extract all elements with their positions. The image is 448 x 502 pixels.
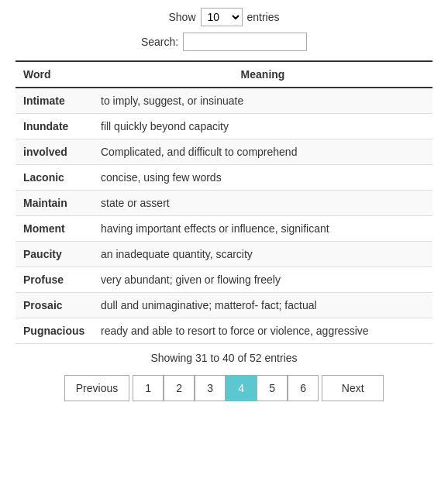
col-header-meaning: Meaning bbox=[93, 61, 432, 88]
page-button-3[interactable]: 3 bbox=[195, 375, 226, 401]
table-body: Intimateto imply, suggest, or insinuateI… bbox=[16, 88, 432, 344]
table-row: Pugnaciousready and able to resort to fo… bbox=[16, 318, 432, 344]
word-cell: Maintain bbox=[16, 191, 93, 216]
meaning-cell: fill quickly beyond capacity bbox=[93, 114, 432, 139]
page-button-6[interactable]: 6 bbox=[288, 375, 319, 401]
word-cell: Paucity bbox=[16, 242, 93, 267]
word-cell: Profuse bbox=[16, 267, 93, 293]
table-row: Intimateto imply, suggest, or insinuate bbox=[16, 88, 432, 114]
word-cell: Intimate bbox=[16, 88, 93, 114]
meaning-cell: to imply, suggest, or insinuate bbox=[93, 88, 432, 114]
table-row: Prosaicdull and unimaginative; matterof-… bbox=[16, 293, 432, 318]
col-header-word: Word bbox=[16, 61, 93, 88]
meaning-cell: very abundant; given or flowing freely bbox=[93, 267, 432, 293]
entries-label: entries bbox=[247, 11, 280, 23]
table-row: Profusevery abundant; given or flowing f… bbox=[16, 267, 432, 293]
meaning-cell: dull and unimaginative; matterof- fact; … bbox=[93, 293, 432, 318]
entries-select[interactable]: 102550100 bbox=[201, 8, 243, 26]
next-button[interactable]: Next bbox=[322, 375, 384, 401]
table-row: involvedComplicated, and difficult to co… bbox=[16, 139, 432, 165]
top-controls: Show 102550100 entries Search: bbox=[16, 8, 432, 51]
word-cell: involved bbox=[16, 139, 93, 165]
table-row: Paucityan inadequate quantity, scarcity bbox=[16, 242, 432, 267]
search-row: Search: bbox=[141, 33, 307, 51]
word-cell: Pugnacious bbox=[16, 318, 93, 344]
word-cell: Prosaic bbox=[16, 293, 93, 318]
show-label: Show bbox=[168, 11, 195, 23]
show-entries-row: Show 102550100 entries bbox=[168, 8, 279, 26]
meaning-cell: having important effects or influence, s… bbox=[93, 216, 432, 242]
table-header-row: Word Meaning bbox=[16, 61, 432, 88]
table-row: Laconicconcise, using few words bbox=[16, 165, 432, 191]
word-cell: Laconic bbox=[16, 165, 93, 191]
table-row: Momenthaving important effects or influe… bbox=[16, 216, 432, 242]
meaning-cell: concise, using few words bbox=[93, 165, 432, 191]
table-row: Maintainstate or assert bbox=[16, 191, 432, 216]
pagination: Previous 123456 Next bbox=[16, 375, 432, 401]
word-cell: Inundate bbox=[16, 114, 93, 139]
previous-button[interactable]: Previous bbox=[64, 375, 129, 401]
word-cell: Moment bbox=[16, 216, 93, 242]
page-button-1[interactable]: 1 bbox=[133, 375, 164, 401]
search-input[interactable] bbox=[183, 33, 307, 51]
page-button-5[interactable]: 5 bbox=[257, 375, 288, 401]
meaning-cell: Complicated, and difficult to comprehend bbox=[93, 139, 432, 165]
search-label: Search: bbox=[141, 36, 178, 48]
words-table: Word Meaning Intimateto imply, suggest, … bbox=[16, 60, 432, 344]
page-button-2[interactable]: 2 bbox=[164, 375, 195, 401]
page-button-4[interactable]: 4 bbox=[226, 375, 257, 401]
table-row: Inundatefill quickly beyond capacity bbox=[16, 114, 432, 139]
showing-info: Showing 31 to 40 of 52 entries bbox=[16, 352, 432, 364]
meaning-cell: ready and able to resort to force or vio… bbox=[93, 318, 432, 344]
meaning-cell: state or assert bbox=[93, 191, 432, 216]
meaning-cell: an inadequate quantity, scarcity bbox=[93, 242, 432, 267]
